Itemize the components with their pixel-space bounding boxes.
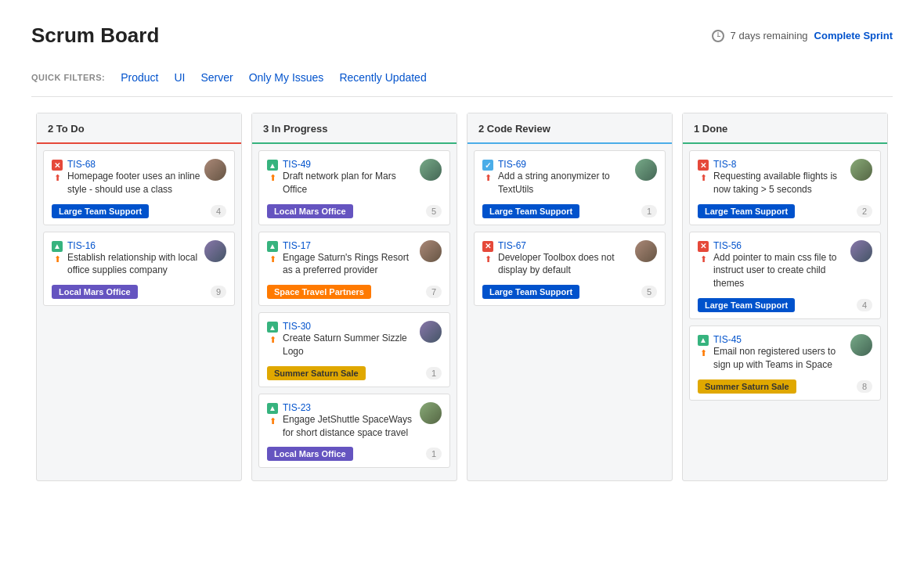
column-codereview-header: 2 Code Review	[467, 113, 672, 144]
column-done-header: 1 Done	[683, 113, 887, 144]
card-desc: Engage JetShuttle SpaceWays for short di…	[283, 413, 420, 440]
column-todo: 2 To Do ✕ ⬆ TIS-68 Homepage footer uses …	[36, 113, 242, 481]
card-desc: Add pointer to main css file to instruct…	[713, 251, 850, 290]
card-label[interactable]: Large Team Support	[698, 298, 795, 312]
page-title: Scrum Board	[31, 23, 159, 48]
card-TIS-67: ✕ ⬆ TIS-67 Developer Toolbox does not di…	[474, 232, 666, 307]
card-TIS-17: ▲ ⬆ TIS-17 Engage Saturn's Rings Resort …	[258, 232, 450, 307]
issue-type-bug-icon: ✕	[482, 241, 493, 252]
card-desc: Email non registered users to sign up wi…	[713, 345, 850, 372]
card-id[interactable]: TIS-8	[713, 159, 850, 170]
priority-high-icon: ⬆	[485, 173, 492, 183]
filter-recently-updated[interactable]: Recently Updated	[339, 71, 426, 84]
filters-label: QUICK FILTERS:	[31, 73, 105, 82]
card-count: 1	[426, 448, 442, 460]
issue-type-story-icon: ▲	[267, 160, 278, 171]
page-header: Scrum Board 7 days remaining Complete Sp…	[31, 23, 893, 48]
card-label[interactable]: Local Mars Office	[267, 204, 353, 218]
complete-sprint-button[interactable]: Complete Sprint	[814, 30, 893, 41]
card-TIS-30: ▲ ⬆ TIS-30 Create Saturn Summer Sizzle L…	[258, 312, 450, 387]
column-done-body: ✕ ⬆ TIS-8 Requesting available flights i…	[683, 144, 887, 457]
avatar	[204, 159, 226, 181]
card-label[interactable]: Large Team Support	[482, 204, 579, 218]
priority-medium-icon: ⬆	[54, 254, 61, 264]
card-desc: Requesting available flights is now taki…	[713, 170, 850, 196]
filter-product[interactable]: Product	[121, 71, 158, 84]
card-id[interactable]: TIS-67	[498, 240, 635, 251]
column-todo-header: 2 To Do	[37, 113, 241, 144]
priority-icon: ⬆	[269, 173, 276, 183]
card-count: 8	[857, 380, 872, 393]
card-desc: Establish relationship with local office…	[67, 251, 204, 278]
divider	[31, 96, 893, 97]
scrum-board: 2 To Do ✕ ⬆ TIS-68 Homepage footer uses …	[31, 113, 893, 481]
priority-high-icon: ⬆	[700, 254, 707, 264]
card-TIS-16: ▲ ⬆ TIS-16 Establish relationship with l…	[43, 232, 235, 307]
sprint-info: 7 days remaining Complete Sprint	[712, 30, 893, 42]
column-inprogress-body: ▲ ⬆ TIS-49 Draft network plan for Mars O…	[252, 144, 457, 480]
card-desc: Developer Toolbox does not display by de…	[498, 251, 635, 278]
issue-type-bug-icon: ✕	[52, 160, 63, 171]
avatar	[420, 402, 442, 424]
card-desc: Draft network plan for Mars Office	[283, 170, 420, 196]
clock-icon	[712, 30, 724, 42]
card-TIS-68: ✕ ⬆ TIS-68 Homepage footer uses an inlin…	[43, 150, 235, 225]
column-codereview-body: ✓ ⬆ TIS-69 Add a string anonymizer to Te…	[467, 144, 672, 457]
priority-high-icon: ⬆	[485, 254, 492, 264]
card-label[interactable]: Local Mars Office	[267, 447, 353, 461]
avatar	[635, 159, 657, 181]
card-count: 5	[426, 205, 442, 218]
card-id[interactable]: TIS-16	[67, 240, 204, 251]
card-TIS-45: ▲ ⬆ TIS-45 Email non registered users to…	[689, 325, 881, 401]
issue-type-story-icon: ▲	[267, 403, 278, 414]
column-inprogress-header: 3 In Progress	[252, 113, 457, 144]
filter-server[interactable]: Server	[200, 71, 233, 84]
card-label[interactable]: Local Mars Office	[52, 285, 138, 299]
card-label[interactable]: Summer Saturn Sale	[267, 366, 366, 380]
avatar	[850, 159, 872, 181]
avatar	[204, 240, 226, 262]
card-id[interactable]: TIS-68	[67, 159, 204, 170]
card-label[interactable]: Space Travel Partners	[267, 285, 371, 299]
card-id[interactable]: TIS-69	[498, 159, 635, 170]
issue-type-story-icon: ▲	[267, 241, 278, 252]
card-desc: Add a string anonymizer to TextUtils	[498, 170, 635, 196]
card-label[interactable]: Summer Saturn Sale	[698, 379, 796, 394]
card-TIS-8: ✕ ⬆ TIS-8 Requesting available flights i…	[689, 150, 881, 225]
card-desc: Engage Saturn's Rings Resort as a prefer…	[283, 251, 420, 278]
quick-filters: QUICK FILTERS: Product UI Server Only My…	[31, 71, 893, 84]
priority-high-icon: ⬆	[700, 173, 707, 183]
card-id[interactable]: TIS-56	[713, 240, 850, 251]
issue-type-story-icon: ▲	[267, 322, 278, 333]
priority-high-icon: ⬆	[54, 173, 61, 183]
card-count: 4	[857, 299, 872, 311]
avatar	[850, 240, 872, 262]
avatar	[635, 240, 657, 262]
card-id[interactable]: TIS-45	[713, 334, 850, 345]
card-desc: Homepage footer uses an inline style - s…	[67, 170, 204, 196]
avatar	[850, 334, 872, 356]
card-desc: Create Saturn Summer Sizzle Logo	[283, 332, 420, 358]
card-label[interactable]: Large Team Support	[698, 204, 795, 218]
issue-type-story-icon: ▲	[52, 241, 63, 252]
page-container: Scrum Board 7 days remaining Complete Sp…	[0, 0, 924, 505]
filter-ui[interactable]: UI	[174, 71, 185, 84]
issue-type-bug-icon: ✕	[698, 160, 709, 171]
avatar	[420, 321, 442, 343]
priority-icon: ⬆	[269, 335, 276, 345]
card-id[interactable]: TIS-30	[283, 321, 420, 332]
card-id[interactable]: TIS-23	[283, 402, 420, 413]
card-id[interactable]: TIS-49	[283, 159, 420, 170]
card-id[interactable]: TIS-17	[283, 240, 420, 251]
card-count: 4	[211, 205, 226, 218]
card-label[interactable]: Large Team Support	[482, 285, 579, 299]
card-label[interactable]: Large Team Support	[52, 204, 149, 218]
avatar	[420, 240, 442, 262]
column-done: 1 Done ✕ ⬆ TIS-8 Requesting available fl…	[682, 113, 888, 481]
filter-only-my-issues[interactable]: Only My Issues	[249, 71, 324, 84]
card-count: 1	[641, 205, 657, 218]
issue-type-story-icon: ▲	[698, 335, 709, 346]
card-TIS-69: ✓ ⬆ TIS-69 Add a string anonymizer to Te…	[474, 150, 666, 225]
column-todo-body: ✕ ⬆ TIS-68 Homepage footer uses an inlin…	[37, 144, 241, 457]
card-count: 2	[857, 205, 872, 218]
